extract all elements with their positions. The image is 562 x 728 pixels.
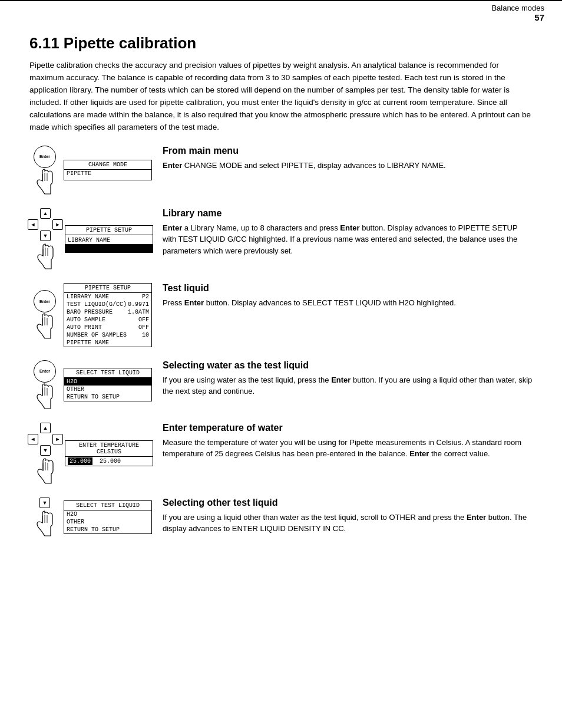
section-heading-test-liquid: Test liquid <box>163 283 533 294</box>
left-side-select-other: ▼ SELECT TEST LIQUIDH2OOTHERRETURN TO SE… <box>29 498 153 537</box>
left-side-from-main-menu: Enter CHANGE MODEPIPETTE <box>29 146 153 195</box>
lcd-row-test-liquid-4: AUTO PRINT OFF <box>64 324 151 331</box>
icon-area-enter-temperature: ▲ ◄ ► ▼ <box>29 423 61 485</box>
sections-container: Enter CHANGE MODEPIPETTE From main menu … <box>29 146 533 537</box>
arrow-left-btn: ◄ <box>28 434 38 444</box>
arrow-row-mid: ◄ ► <box>28 219 63 230</box>
enter-circle-label: Enter <box>39 299 50 304</box>
lcd-cell-left: AUTO PRINT <box>67 324 102 331</box>
section-heading-select-water: Selecting water as the test liquid <box>163 360 533 371</box>
lcd-row-test-liquid-1: TEST LIQUID(G/CC) 0.9971 <box>64 301 151 308</box>
page-number: 57 <box>18 12 544 22</box>
lcd-title-test-liquid: PIPETTE SETUP <box>64 284 151 293</box>
section-heading-from-main-menu: From main menu <box>163 146 533 156</box>
main-content: 6.11 Pipette calibration Pipette calibra… <box>0 24 562 568</box>
arrow-row-mid: ▼ <box>39 498 50 508</box>
top-bar: Balance modes 57 <box>0 0 562 24</box>
right-desc-library-name: Library name Enter a Library Name, up to… <box>163 208 533 257</box>
section-select-other: ▼ SELECT TEST LIQUIDH2OOTHERRETURN TO SE… <box>29 498 533 537</box>
lcd-row-test-liquid-3: AUTO SAMPLE OFF <box>64 316 151 324</box>
arrow-down-btn: ▼ <box>39 498 50 508</box>
lcd-title-enter-temperature: ENTER TEMPERATURE CELSIUS <box>65 441 153 457</box>
arrow-row-top: ▲ <box>28 208 63 219</box>
icon-area-library-name: ▲ ◄ ► ▼ <box>29 208 61 270</box>
arrow-up-btn: ▲ <box>40 423 51 433</box>
section-body-test-liquid: Press Enter button. Display advances to … <box>163 297 533 309</box>
section-title: Balance modes <box>491 4 544 12</box>
lcd-row-test-liquid-2: BARO PRESSURE 1.0ATM <box>64 308 151 316</box>
lcd-cell-left: LIBRARY NAME <box>67 294 109 300</box>
arrow-cluster: ▲ ◄ ► ▼ <box>28 423 63 456</box>
lcd-row-from-main-menu-0: PIPETTE <box>64 170 151 177</box>
lcd-row-test-liquid-0: LIBRARY NAME P2 <box>64 293 151 301</box>
lcd-cell-left: PIPETTE NAME <box>67 340 109 346</box>
lcd-cell-right: 0.9971 <box>128 301 149 308</box>
arrow-right-btn: ► <box>52 434 63 444</box>
enter-icon-group: Enter <box>34 146 56 195</box>
right-desc-from-main-menu: From main menu Enter CHANGE MODE and sel… <box>163 146 533 172</box>
arrow-icon-group: ▲ ◄ ► ▼ <box>28 208 63 270</box>
section-library-name: ▲ ◄ ► ▼ PIPETTE SETUPLIBRARY NAME <box>29 208 533 270</box>
enter-circle: Enter <box>34 360 56 383</box>
lcd-title-library-name: PIPETTE SETUP <box>65 226 153 235</box>
section-from-main-menu: Enter CHANGE MODEPIPETTE From main menu … <box>29 146 533 195</box>
lcd-title-select-water: SELECT TEST LIQUID <box>64 368 151 378</box>
lcd-row-select-other-0: H2O <box>64 510 151 518</box>
lcd-title-select-other: SELECT TEST LIQUID <box>64 501 151 510</box>
lcd-cell-right: P2 <box>142 294 149 300</box>
left-side-test-liquid: Enter PIPETTE SETUP LIBRARY NAME P2 TEST… <box>29 283 153 347</box>
lcd-row-select-water-1: OTHER <box>64 386 151 393</box>
enter-circle: Enter <box>34 290 56 312</box>
lcd-row-select-water-2: RETURN TO SETUP <box>64 393 151 401</box>
right-desc-select-water: Selecting water as the test liquid If yo… <box>163 360 533 397</box>
icon-area-test-liquid: Enter <box>29 290 60 340</box>
left-side-library-name: ▲ ◄ ► ▼ PIPETTE SETUPLIBRARY NAME <box>29 208 153 270</box>
arrow-cluster: ▼ <box>39 498 50 508</box>
lcd-cell-right: 1.0ATM <box>128 309 149 315</box>
arrow-cluster: ▲ ◄ ► ▼ <box>28 208 63 241</box>
section-body-library-name: Enter a Library Name, up to 8 characters… <box>163 222 533 257</box>
section-enter-temperature: ▲ ◄ ► ▼ ENTER TEMPERATURE CELSIUS 25.000… <box>29 423 533 485</box>
lcd-row-select-other-2: RETURN TO SETUP <box>64 526 151 533</box>
lcd-row-library-name-1: LIBRARY NAME <box>65 236 153 244</box>
chapter-title: 6.11 Pipette calibration <box>29 34 533 52</box>
lcd-row-select-other-1: OTHER <box>64 518 151 526</box>
enter-circle-label: Enter <box>39 154 50 159</box>
arrow-right-btn: ► <box>52 219 63 230</box>
left-side-enter-temperature: ▲ ◄ ► ▼ ENTER TEMPERATURE CELSIUS 25.000… <box>29 423 153 485</box>
arrow-left-btn: ◄ <box>28 219 38 230</box>
right-desc-enter-temperature: Enter temperature of water Measure the t… <box>163 423 533 460</box>
lcd-display-library-name: PIPETTE SETUPLIBRARY NAME <box>65 225 153 253</box>
enter-circle-label: Enter <box>39 369 50 373</box>
lcd-row-test-liquid-5: NUMBER OF SAMPLES 10 <box>64 331 151 339</box>
lcd-cell-left: NUMBER OF SAMPLES <box>67 332 127 338</box>
lcd-row-enter-temperature-0: 25.000 25.000 <box>65 457 153 466</box>
lcd-row-select-water-0: H2O <box>64 378 151 386</box>
section-heading-library-name: Library name <box>163 208 533 219</box>
arrow-row-top: ▲ <box>28 423 63 433</box>
icon-area-select-other: ▼ <box>29 498 60 537</box>
left-side-select-water: Enter SELECT TEST LIQUIDH2OOTHERRETURN T… <box>29 360 153 410</box>
icon-area-select-water: Enter <box>29 360 60 410</box>
section-body-from-main-menu: Enter CHANGE MODE and select PIPETTE, di… <box>163 160 533 172</box>
lcd-cell-left: BARO PRESSURE <box>67 309 113 315</box>
lcd-cell-right: 10 <box>142 332 149 338</box>
arrow-icon-group: ▲ ◄ ► ▼ <box>28 423 63 485</box>
lcd-title-from-main-menu: CHANGE MODE <box>64 160 151 170</box>
lcd-display-select-water: SELECT TEST LIQUIDH2OOTHERRETURN TO SETU… <box>64 368 152 401</box>
lcd-display-test-liquid: PIPETTE SETUP LIBRARY NAME P2 TEST LIQUI… <box>64 283 152 347</box>
section-heading-select-other: Selecting other test liquid <box>163 498 533 508</box>
section-heading-enter-temperature: Enter temperature of water <box>163 423 533 433</box>
arrow-down-icon-group: ▼ <box>34 498 55 537</box>
section-body-select-other: If you are using a liquid other than wat… <box>163 512 533 535</box>
lcd-cell-right: OFF <box>138 317 149 323</box>
enter-icon-group: Enter <box>34 360 56 410</box>
arrow-down-btn: ▼ <box>40 445 51 456</box>
icon-area-from-main-menu: Enter <box>29 146 60 195</box>
lcd-row-from-main-menu-2 <box>64 179 151 180</box>
enter-icon-group: Enter <box>34 290 56 340</box>
section-test-liquid: Enter PIPETTE SETUP LIBRARY NAME P2 TEST… <box>29 283 533 347</box>
lcd-row-library-name-2 <box>65 244 153 252</box>
arrow-down-btn: ▼ <box>40 230 51 241</box>
lcd-cell-left: AUTO SAMPLE <box>67 317 105 323</box>
